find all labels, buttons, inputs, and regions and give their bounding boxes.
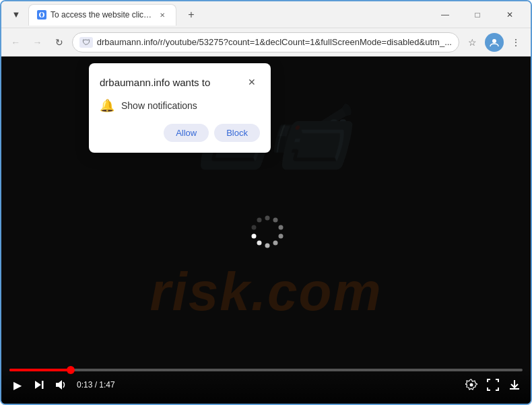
loading-spinner xyxy=(250,214,282,246)
tab-favicon xyxy=(37,10,46,20)
url-text: drbaumann.info/r/youtube/53275?count=1&d… xyxy=(97,37,452,47)
play-button[interactable]: ▶ xyxy=(9,377,26,393)
video-controls: ▶ 0:13 / 1:47 xyxy=(1,369,531,404)
popup-notification-item: 🔔 Show notifications xyxy=(100,98,260,113)
browser-window: ▼ To access the website click the ✕ + — … xyxy=(0,0,532,405)
block-button[interactable]: Block xyxy=(214,124,260,142)
svg-rect-12 xyxy=(42,381,44,389)
svg-point-5 xyxy=(279,234,284,239)
svg-point-4 xyxy=(279,225,284,230)
minimize-button[interactable]: — xyxy=(430,4,461,26)
reload-button[interactable]: ↻ xyxy=(51,33,68,52)
svg-point-1 xyxy=(492,39,496,43)
svg-point-11 xyxy=(257,218,262,223)
tab-list-button[interactable]: ▼ xyxy=(7,5,26,24)
popup-header: drbaumann.info wants to ✕ xyxy=(100,74,260,90)
window-controls: — □ ✕ xyxy=(430,4,525,26)
controls-row: ▶ 0:13 / 1:47 xyxy=(9,377,523,393)
tab-close-button[interactable]: ✕ xyxy=(157,9,168,20)
svg-point-10 xyxy=(252,225,257,230)
svg-point-3 xyxy=(273,218,278,223)
svg-point-8 xyxy=(257,241,262,246)
active-tab[interactable]: To access the website click the ✕ xyxy=(28,4,176,26)
popup-actions: Allow Block xyxy=(100,124,260,142)
progress-handle[interactable] xyxy=(67,366,75,374)
notification-label: Show notifications xyxy=(121,100,197,111)
progress-fill xyxy=(9,369,71,371)
tab-title: To access the website click the xyxy=(51,10,153,20)
next-button[interactable] xyxy=(31,377,47,393)
svg-point-6 xyxy=(273,241,278,246)
forward-button[interactable]: → xyxy=(28,33,46,52)
progress-bar[interactable] xyxy=(9,369,523,371)
title-bar: ▼ To access the website click the ✕ + — … xyxy=(1,1,531,28)
back-button[interactable]: ← xyxy=(7,33,24,52)
svg-point-13 xyxy=(470,383,473,387)
svg-point-9 xyxy=(252,234,257,239)
fullscreen-button[interactable] xyxy=(485,377,501,393)
maximize-button[interactable]: □ xyxy=(462,4,493,26)
tab-strip: ▼ To access the website click the ✕ + xyxy=(7,4,201,26)
address-input[interactable]: 🛡 drbaumann.info/r/youtube/53275?count=1… xyxy=(72,32,459,52)
video-watermark-text: risk.com xyxy=(149,261,382,323)
download-button[interactable] xyxy=(506,377,523,393)
svg-point-7 xyxy=(265,244,270,248)
popup-close-button[interactable]: ✕ xyxy=(244,74,260,90)
new-tab-button[interactable]: + xyxy=(182,5,201,24)
address-bar: ← → ↻ 🛡 drbaumann.info/r/youtube/53275?c… xyxy=(1,28,531,57)
time-display: 0:13 / 1:47 xyxy=(77,380,115,390)
notification-icon: 🔔 xyxy=(100,98,114,113)
close-button[interactable]: ✕ xyxy=(494,4,525,26)
volume-button[interactable] xyxy=(53,377,69,393)
svg-point-2 xyxy=(265,216,270,221)
allow-button[interactable]: Allow xyxy=(164,124,209,142)
permission-popup: drbaumann.info wants to ✕ 🔔 Show notific… xyxy=(89,63,271,153)
content-area: 📹📹 risk.com xyxy=(1,57,531,404)
toolbar-right: ☆ ⋮ xyxy=(463,33,525,52)
bookmark-button[interactable]: ☆ xyxy=(463,33,482,52)
popup-title: drbaumann.info wants to xyxy=(100,77,210,88)
menu-button[interactable]: ⋮ xyxy=(506,33,525,52)
settings-button[interactable] xyxy=(463,377,479,393)
security-icon: 🛡 xyxy=(79,37,93,48)
profile-button[interactable] xyxy=(485,33,504,52)
controls-right xyxy=(463,377,523,393)
